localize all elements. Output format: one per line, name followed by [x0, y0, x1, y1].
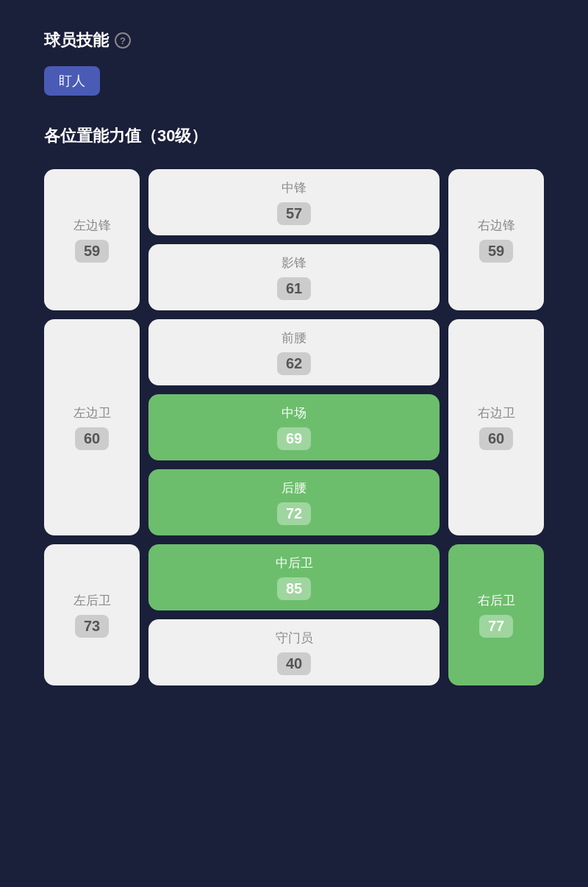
qianyao-name: 前腰	[282, 329, 306, 346]
right-winger-name: 右边锋	[478, 217, 515, 234]
zhongchang-name: 中场	[282, 405, 306, 421]
zhongchang-score: 69	[277, 427, 311, 450]
left-winger-name: 左边锋	[74, 217, 111, 234]
position-zhongfeng[interactable]: 中锋 57	[148, 169, 440, 235]
position-shoumenyuan[interactable]: 守门员 40	[148, 619, 440, 685]
position-right-back[interactable]: 右后卫 77	[448, 544, 544, 685]
player-skills-title: 球员技能	[44, 29, 109, 51]
section-title: 球员技能 ?	[44, 29, 544, 51]
shoumenyuan-score: 40	[277, 652, 311, 675]
position-left-back-mid[interactable]: 左边卫 60	[44, 319, 140, 535]
position-left-winger[interactable]: 左边锋 59	[44, 169, 140, 310]
help-icon[interactable]: ?	[115, 32, 131, 49]
position-yingfeng[interactable]: 影锋 61	[148, 244, 440, 310]
left-back-mid-name: 左边卫	[74, 405, 111, 421]
left-back-score: 73	[75, 615, 109, 638]
zhongfeng-name: 中锋	[282, 179, 306, 196]
position-left-back[interactable]: 左后卫 73	[44, 544, 140, 685]
position-zhonghouwai[interactable]: 中后卫 85	[148, 544, 440, 610]
position-hoyao[interactable]: 后腰 72	[148, 469, 440, 535]
left-winger-score: 59	[75, 240, 109, 263]
skill-tag[interactable]: 盯人	[44, 66, 100, 96]
position-zhongchang[interactable]: 中场 69	[148, 394, 440, 460]
right-back-mid-name: 右边卫	[478, 405, 515, 421]
left-back-mid-score: 60	[75, 427, 109, 450]
left-back-name: 左后卫	[74, 592, 111, 609]
zhonghouwai-score: 85	[277, 577, 311, 600]
right-back-score: 77	[479, 615, 513, 638]
shoumenyuan-name: 守门员	[276, 630, 313, 646]
hoyao-score: 72	[277, 502, 311, 525]
zhongfeng-score: 57	[277, 202, 311, 225]
positions-title: 各位置能力值（30级）	[44, 125, 544, 147]
yingfeng-name: 影锋	[282, 254, 306, 271]
right-winger-score: 59	[479, 240, 513, 263]
hoyao-name: 后腰	[282, 480, 306, 496]
zhonghouwai-name: 中后卫	[276, 555, 313, 571]
right-back-name: 右后卫	[478, 592, 515, 609]
page-container: 球员技能 ? 盯人 各位置能力值（30级） 左边锋 59 中锋 57 右边锋 5…	[44, 29, 544, 685]
position-qianyao[interactable]: 前腰 62	[148, 319, 440, 385]
position-right-winger[interactable]: 右边锋 59	[448, 169, 544, 310]
right-back-mid-score: 60	[479, 427, 513, 450]
position-right-back-mid[interactable]: 右边卫 60	[448, 319, 544, 535]
yingfeng-score: 61	[277, 277, 311, 300]
qianyao-score: 62	[277, 352, 311, 375]
positions-grid: 左边锋 59 中锋 57 右边锋 59 影锋 61 前腰 62 左边卫 60	[44, 169, 544, 685]
